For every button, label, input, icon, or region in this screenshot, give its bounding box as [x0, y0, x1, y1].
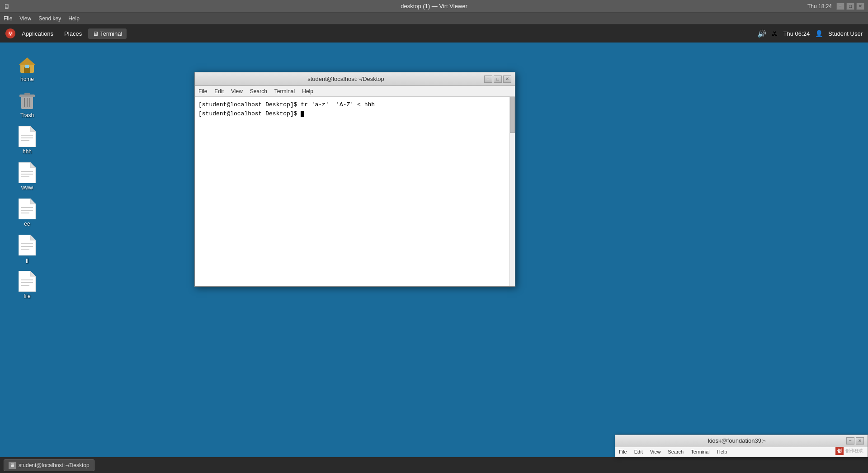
guest-desktop: Applications Places 🖥Terminal 🔊 🖧 Thu 06… — [0, 24, 868, 473]
terminal-line-1: [student@localhost Desktop]$ tr 'a-z' 'A… — [198, 100, 511, 109]
watermark-text: 创作狂欢 — [845, 448, 863, 454]
kiosk-menu-view[interactable]: View — [650, 449, 661, 454]
virt-menu-sendkey[interactable]: Send key — [38, 15, 61, 22]
terminal-maximize-btn[interactable]: □ — [494, 76, 502, 83]
desktop-icon-trash[interactable]: Trash — [7, 88, 47, 120]
hhh-label: hhh — [23, 148, 32, 155]
kiosk-close-btn[interactable]: ✕ — [856, 437, 864, 445]
desktop-icon-hhh[interactable]: hhh — [7, 124, 47, 156]
desktop-icons-area: home Trash — [0, 47, 54, 306]
taskbar-terminal-icon: 🖥 — [9, 462, 16, 469]
terminal-icon: 🖥 — [93, 30, 99, 37]
file-icon — [16, 270, 38, 292]
kiosk-menu-file[interactable]: File — [619, 449, 627, 454]
svg-marker-5 — [19, 57, 35, 65]
www-label: www — [21, 184, 33, 191]
svg-point-2 — [11, 33, 12, 34]
terminal-menu-view[interactable]: View — [231, 88, 243, 95]
virt-app-icon: 🖥 — [4, 3, 10, 10]
panel-volume-icon[interactable]: 🔊 — [757, 29, 766, 38]
svg-point-1 — [9, 33, 10, 34]
home-label: home — [20, 76, 34, 82]
terminal-scrollbar[interactable] — [509, 97, 515, 286]
virt-menu-view[interactable]: View — [19, 15, 31, 22]
scrollbar-thumb[interactable] — [510, 97, 515, 133]
ee-label: ee — [24, 221, 30, 227]
desktop-icon-www[interactable]: www — [7, 160, 47, 193]
terminal-content[interactable]: [student@localhost Desktop]$ tr 'a-z' 'A… — [195, 97, 515, 286]
kiosk-menu-terminal[interactable]: Terminal — [691, 449, 710, 454]
gnome-logo — [5, 28, 15, 38]
virt-menu-help[interactable]: Help — [68, 15, 80, 22]
home-icon — [16, 53, 38, 75]
panel-places[interactable]: Places — [60, 28, 86, 39]
terminal-menu-help[interactable]: Help — [302, 88, 313, 95]
virt-viewer-window: 🖥 desktop (1) — Virt Viewer − □ ✕ Thu 18… — [0, 0, 868, 473]
kiosk-title-text: kiosk@foundation39:~ — [628, 437, 846, 444]
www-file-icon — [16, 162, 38, 184]
terminal-titlebar: student@localhost:~/Desktop − □ ✕ — [195, 72, 515, 86]
hhh-file-icon — [16, 126, 38, 147]
virt-titlebar-left: 🖥 — [4, 3, 10, 10]
gnome-panel-left: Applications Places 🖥Terminal — [5, 28, 127, 39]
virt-menu-file[interactable]: File — [4, 15, 12, 22]
virt-close-button[interactable]: ✕ — [856, 3, 864, 10]
panel-user-icon: 👤 — [815, 30, 823, 37]
terminal-menubar: File Edit View Search Terminal Help — [195, 86, 515, 97]
terminal-cursor — [301, 111, 304, 117]
svg-marker-15 — [30, 126, 36, 132]
gnome-panel: Applications Places 🖥Terminal 🔊 🖧 Thu 06… — [0, 24, 868, 43]
terminal-menu-file[interactable]: File — [198, 88, 207, 95]
trash-icon — [16, 90, 38, 111]
panel-user[interactable]: Student User — [828, 30, 863, 37]
ee-file-icon — [16, 198, 38, 220]
virt-menubar: File View Send key Help — [0, 13, 868, 24]
jj-file-icon — [16, 234, 38, 256]
terminal-window-buttons: − □ ✕ — [484, 76, 511, 83]
svg-marker-25 — [30, 199, 36, 204]
kiosk-minimize-btn[interactable]: − — [846, 437, 854, 445]
panel-time: Thu 06:24 — [783, 30, 810, 37]
panel-network-icon[interactable]: 🖧 — [772, 30, 778, 37]
desktop-icon-ee[interactable]: ee — [7, 196, 47, 229]
terminal-close-btn[interactable]: ✕ — [503, 76, 511, 83]
desktop-icon-jj[interactable]: jj — [7, 232, 47, 265]
svg-marker-30 — [30, 235, 36, 240]
kiosk-window-buttons: − ✕ — [846, 437, 864, 445]
virt-title-text: desktop (1) — Virt Viewer — [401, 3, 467, 9]
trash-label: Trash — [20, 112, 34, 118]
virt-titlebar-buttons: − □ ✕ — [836, 3, 864, 10]
terminal-title-text: student@localhost:~/Desktop — [208, 76, 484, 82]
file-label: file — [24, 293, 30, 299]
terminal-menu-edit[interactable]: Edit — [214, 88, 224, 95]
terminal-minimize-btn[interactable]: − — [484, 76, 492, 83]
kiosk-menu-help[interactable]: Help — [717, 449, 727, 454]
kiosk-titlebar: kiosk@foundation39:~ − ✕ — [615, 435, 868, 447]
jj-label: jj — [26, 257, 28, 263]
terminal-menu-search[interactable]: Search — [250, 88, 267, 95]
terminal-menu-terminal[interactable]: Terminal — [274, 88, 295, 95]
kiosk-menu-edit[interactable]: Edit — [634, 449, 643, 454]
taskbar-terminal-label: student@localhost:~/Desktop — [19, 462, 90, 468]
desktop-icon-home[interactable]: home — [7, 52, 47, 84]
gnome-panel-right: 🔊 🖧 Thu 06:24 👤 Student User — [757, 29, 863, 38]
terminal-line-2: [student@localhost Desktop]$ — [198, 109, 511, 118]
kiosk-menubar: File Edit View Search Terminal Help — [615, 447, 868, 457]
svg-point-3 — [10, 34, 11, 36]
watermark-box: 创 — [835, 447, 844, 455]
virt-titlebar: 🖥 desktop (1) — Virt Viewer − □ ✕ Thu 18… — [0, 0, 868, 13]
svg-marker-35 — [30, 271, 36, 276]
kiosk-menu-search[interactable]: Search — [668, 449, 684, 454]
watermark: 创 创作狂欢 — [835, 447, 863, 455]
desktop-icon-file[interactable]: file — [7, 269, 47, 301]
gnome-taskbar: 🖥 student@localhost:~/Desktop — [0, 457, 868, 473]
svg-rect-10 — [24, 93, 30, 95]
svg-marker-20 — [30, 162, 36, 168]
taskbar-terminal-item[interactable]: 🖥 student@localhost:~/Desktop — [4, 459, 94, 471]
virt-minimize-button[interactable]: − — [836, 3, 844, 10]
kiosk-terminal-window: kiosk@foundation39:~ − ✕ File Edit View … — [615, 435, 868, 457]
virt-maximize-button[interactable]: □ — [846, 3, 854, 10]
panel-terminal[interactable]: 🖥Terminal — [88, 28, 127, 39]
panel-applications[interactable]: Applications — [17, 28, 58, 39]
system-time: Thu 18:24 — [807, 3, 832, 9]
